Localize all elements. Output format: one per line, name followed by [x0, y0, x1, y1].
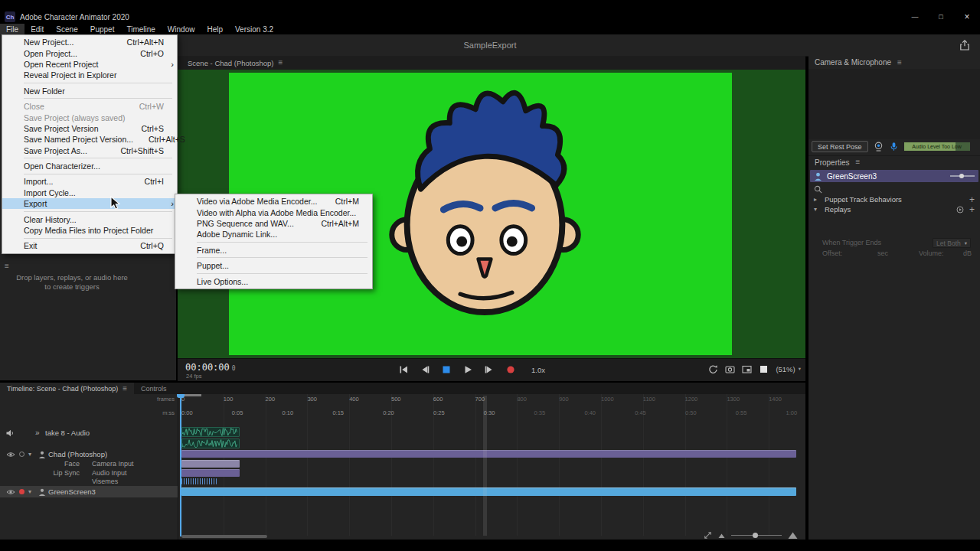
menu-item-open-recent-project[interactable]: Open Recent Project› — [2, 59, 177, 70]
timeline-track-visemes[interactable]: Visemes — [0, 478, 805, 485]
zoom-slider-knob[interactable] — [753, 533, 758, 538]
timeline-menu-icon[interactable]: ≡ — [122, 385, 127, 393]
picture-in-picture-button[interactable] — [742, 364, 752, 374]
properties-menu-icon[interactable]: ≡ — [856, 158, 861, 166]
menu-item-new-folder[interactable]: New Folder — [2, 86, 177, 96]
audio-clip[interactable] — [181, 427, 240, 437]
microphone-toggle-button[interactable] — [889, 142, 899, 152]
snapshot-button[interactable] — [725, 364, 735, 374]
menu-item-save-project-version[interactable]: Save Project VersionCtrl+S — [2, 123, 177, 134]
visemes-ticks[interactable] — [181, 478, 217, 484]
fit-timeline-icon[interactable] — [704, 531, 712, 540]
menu-item-exit[interactable]: ExitCtrl+Q — [2, 240, 177, 251]
share-button[interactable] — [959, 39, 971, 51]
camera-mic-menu-icon[interactable]: ≡ — [897, 59, 902, 67]
speaker-icon[interactable] — [6, 429, 15, 437]
menubar-item-help[interactable]: Help — [201, 24, 229, 34]
timeline-zoom-slider[interactable] — [731, 535, 782, 536]
scene-tab[interactable]: Scene - Chad (Photoshop) ≡ — [181, 56, 289, 70]
add-replay-button[interactable]: + — [969, 205, 975, 214]
section-replays[interactable]: ▾ Replays + — [808, 204, 980, 214]
menubar-item-window[interactable]: Window — [162, 24, 201, 34]
menu-item-live-options[interactable]: Live Options... — [175, 276, 372, 286]
timeline-horizontal-scrollbar[interactable] — [181, 535, 267, 538]
slider-knob[interactable] — [959, 174, 964, 178]
tab-controls[interactable]: Controls — [134, 383, 174, 394]
zoom-out-mountain-icon[interactable] — [718, 532, 725, 539]
menubar-item-timeline[interactable]: Timeline — [120, 24, 161, 34]
menubar-item-scene[interactable]: Scene — [50, 24, 83, 34]
menu-item-open-project[interactable]: Open Project...Ctrl+O — [2, 47, 177, 58]
selected-puppet-row[interactable]: GreenScreen3 — [810, 170, 978, 182]
menu-item-frame[interactable]: Frame... — [175, 245, 372, 256]
section-puppet-track-behaviors[interactable]: ▸ Puppet Track Behaviors + — [808, 194, 980, 204]
go-to-start-button[interactable] — [395, 362, 412, 377]
stop-button[interactable] — [438, 362, 455, 377]
eye-icon[interactable] — [6, 489, 15, 495]
playback-speed[interactable]: 1.0x — [531, 366, 545, 374]
timeline-track-greenscreen3[interactable]: ▾ GreenScreen3 — [0, 486, 805, 497]
menu-item-new-project[interactable]: New Project...Ctrl+Alt+N — [2, 37, 177, 47]
record-button[interactable] — [502, 362, 519, 377]
next-frame-button[interactable] — [481, 362, 498, 377]
menu-item-png-sequence-and-wav[interactable]: PNG Sequence and WAV...Ctrl+Alt+M — [175, 218, 372, 229]
tab-timeline[interactable]: Timeline: Scene - Chad (Photoshop) ≡ — [0, 383, 134, 394]
behavior-search-field[interactable] — [808, 184, 980, 194]
maximize-button[interactable]: □ — [928, 9, 954, 24]
puppet-track-bar[interactable] — [181, 450, 796, 458]
playhead[interactable] — [180, 394, 181, 536]
chevron-right-icon[interactable]: ▸ — [814, 196, 820, 203]
eye-icon[interactable] — [6, 452, 15, 458]
chevron-down-icon[interactable]: ▾ — [28, 488, 34, 495]
timeline-track-lipsync[interactable]: Lip Sync Audio Input — [0, 468, 805, 478]
lipsync-take-bar[interactable] — [181, 469, 240, 477]
loop-playback-button[interactable] — [708, 364, 718, 374]
zoom-in-mountain-icon[interactable] — [788, 530, 798, 540]
puppet-character[interactable] — [384, 79, 586, 322]
menu-item-open-characterizer[interactable]: Open Characterizer... — [2, 161, 177, 171]
record-arm-toggle[interactable] — [19, 452, 24, 457]
previous-frame-button[interactable] — [416, 362, 433, 377]
play-button[interactable] — [459, 362, 476, 377]
menu-item-clear-history[interactable]: Clear History... — [2, 214, 177, 224]
menu-item-export[interactable]: Export› — [2, 198, 177, 209]
menubar-item-puppet[interactable]: Puppet — [84, 24, 121, 34]
menu-item-save-project-as[interactable]: Save Project As...Ctrl+Shift+S — [2, 145, 177, 156]
menu-item-puppet[interactable]: Puppet... — [175, 260, 372, 271]
close-button[interactable]: × — [954, 9, 980, 24]
timeline-track-chad[interactable]: ▾ Chad (Photoshop) — [0, 448, 805, 459]
ruler-times[interactable]: 0:000:050:100:150:200:250:300:350:400:45… — [178, 409, 804, 418]
triggers-panel-menu-icon[interactable]: ≡ — [5, 262, 9, 270]
playhead-handle[interactable] — [177, 394, 185, 398]
chevron-down-icon[interactable]: ▾ — [814, 206, 820, 213]
when-trigger-ends-dropdown[interactable]: Let Both ▾ — [933, 238, 971, 248]
set-rest-pose-button[interactable]: Set Rest Pose — [812, 141, 868, 152]
audio-clip[interactable] — [181, 439, 240, 448]
add-behavior-button[interactable]: + — [969, 195, 975, 204]
timeline-track-audio[interactable]: » take 8 - Audio — [0, 424, 805, 450]
record-arm-toggle-active[interactable] — [19, 489, 24, 494]
menubar-item-file[interactable]: File — [0, 24, 24, 34]
menu-item-save-named-project-version[interactable]: Save Named Project Version...Ctrl+Alt+S — [2, 134, 177, 145]
viewport-zoom-select[interactable]: (51%) ▾ — [776, 365, 801, 373]
menubar-item-version-3-2[interactable]: Version 3.2 — [229, 24, 279, 34]
menu-item-reveal-project-in-explorer[interactable]: Reveal Project in Explorer — [2, 70, 177, 80]
blend-slider[interactable] — [950, 175, 975, 177]
timeline-track-face[interactable]: Face Camera Input — [0, 459, 805, 468]
minimize-button[interactable]: — — [902, 9, 928, 24]
menu-item-import[interactable]: Import...Ctrl+I — [2, 176, 177, 187]
camera-toggle-button[interactable] — [874, 142, 884, 152]
menubar-item-edit[interactable]: Edit — [24, 24, 50, 34]
menu-item-copy-media-files-into-project-folder[interactable]: Copy Media Files into Project Folder — [2, 225, 177, 236]
safe-areas-button[interactable] — [759, 364, 769, 374]
greenscreen-track-bar[interactable] — [181, 487, 796, 496]
replay-icon[interactable] — [956, 206, 964, 214]
chevron-down-icon[interactable]: ▾ — [28, 451, 34, 458]
scene-panel-menu-icon[interactable]: ≡ — [278, 59, 283, 67]
menu-item-video-via-adobe-media-encoder[interactable]: Video via Adobe Media Encoder...Ctrl+M — [175, 196, 372, 207]
menu-item-video-with-alpha-via-adobe-media-encoder[interactable]: Video with Alpha via Adobe Media Encoder… — [175, 207, 372, 217]
menu-item-adobe-dynamic-link[interactable]: Adobe Dynamic Link... — [175, 229, 372, 240]
face-take-bar[interactable] — [181, 460, 240, 468]
ruler-frames[interactable]: 0100200300400500600700800900100011001200… — [178, 396, 804, 404]
menu-item-import-cycle[interactable]: Import Cycle... — [2, 187, 177, 198]
